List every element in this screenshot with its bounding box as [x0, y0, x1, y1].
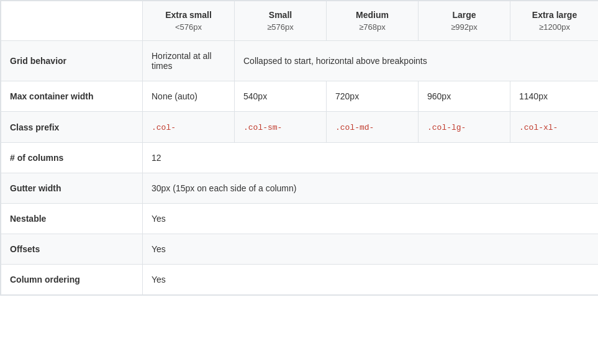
- value-offsets: Yes: [143, 234, 599, 265]
- value-class-prefix-md: .col-md-: [327, 112, 419, 143]
- row-gutter-width: Gutter width 30px (15px on each side of …: [1, 173, 599, 204]
- header-extra-small: Extra small <576px: [143, 1, 235, 41]
- value-max-width-sm: 540px: [235, 81, 327, 112]
- row-class-prefix: Class prefix .col- .col-sm- .col-md- .co…: [1, 112, 599, 143]
- grid-reference-table: Extra small <576px Small ≥576px Medium ≥…: [0, 0, 598, 296]
- row-max-container-width: Max container width None (auto) 540px 72…: [1, 81, 599, 112]
- value-max-width-xl: 1140px: [510, 81, 599, 112]
- value-max-width-xs: None (auto): [143, 81, 235, 112]
- label-max-container-width: Max container width: [1, 81, 143, 112]
- value-gutter-width: 30px (15px on each side of a column): [143, 173, 599, 204]
- label-nestable: Nestable: [1, 204, 143, 234]
- table-header-row: Extra small <576px Small ≥576px Medium ≥…: [1, 1, 599, 41]
- label-class-prefix: Class prefix: [1, 112, 143, 143]
- value-max-width-lg: 960px: [419, 81, 510, 112]
- value-nestable: Yes: [143, 204, 599, 234]
- header-small: Small ≥576px: [235, 1, 327, 41]
- label-gutter-width: Gutter width: [1, 173, 143, 204]
- row-num-columns: # of columns 12: [1, 143, 599, 173]
- value-class-prefix-xl: .col-xl-: [510, 112, 599, 143]
- row-column-ordering: Column ordering Yes: [1, 265, 599, 295]
- row-nestable: Nestable Yes: [1, 204, 599, 234]
- header-medium: Medium ≥768px: [327, 1, 419, 41]
- label-column-ordering: Column ordering: [1, 265, 143, 295]
- value-max-width-md: 720px: [327, 81, 419, 112]
- label-offsets: Offsets: [1, 234, 143, 265]
- value-grid-behavior-sm-xl: Collapsed to start, horizontal above bre…: [235, 41, 599, 81]
- value-num-columns: 12: [143, 143, 599, 173]
- label-grid-behavior: Grid behavior: [1, 41, 143, 81]
- value-grid-behavior-xs: Horizontal at all times: [143, 41, 235, 81]
- header-extra-large: Extra large ≥1200px: [510, 1, 599, 41]
- label-num-columns: # of columns: [1, 143, 143, 173]
- header-empty: [1, 1, 143, 41]
- value-class-prefix-xs: .col-: [143, 112, 235, 143]
- value-column-ordering: Yes: [143, 265, 599, 295]
- value-class-prefix-sm: .col-sm-: [235, 112, 327, 143]
- row-grid-behavior: Grid behavior Horizontal at all times Co…: [1, 41, 599, 81]
- row-offsets: Offsets Yes: [1, 234, 599, 265]
- header-large: Large ≥992px: [419, 1, 510, 41]
- value-class-prefix-lg: .col-lg-: [419, 112, 510, 143]
